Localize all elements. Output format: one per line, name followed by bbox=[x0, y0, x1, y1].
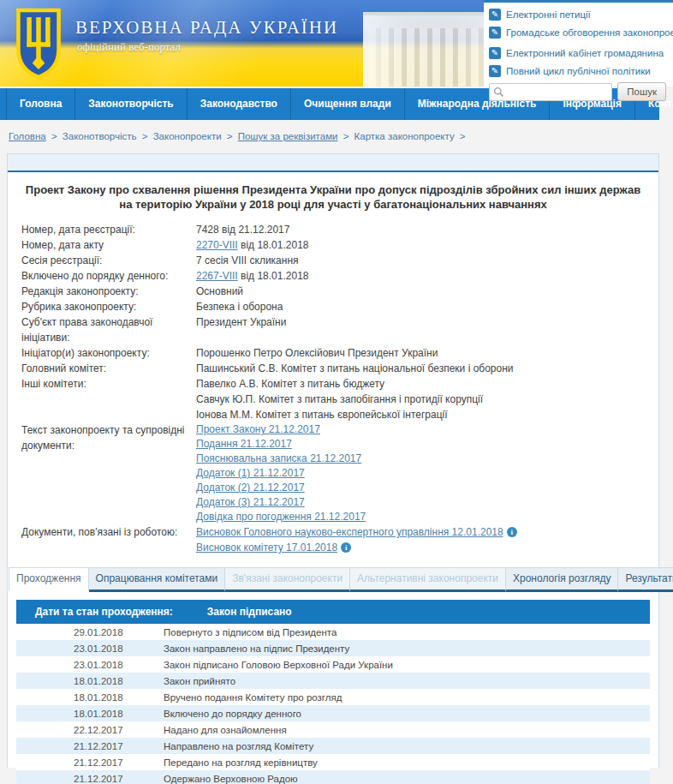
breadcrumb-separator: > bbox=[337, 131, 354, 141]
search-button[interactable]: Пошук bbox=[617, 82, 666, 101]
bill-field-row: Текст законопроекту та супровідні докуме… bbox=[21, 422, 658, 524]
quick-links: ✎Електронні петиції✎Громадське обговорен… bbox=[489, 7, 666, 79]
field-value: 7 сесія VIII скликання bbox=[196, 253, 658, 268]
row-status: Направлено на розгляд Комітету bbox=[164, 741, 650, 751]
table-row: 18.01.2018Вручено подання Комітету про р… bbox=[16, 689, 650, 705]
row-date: 18.01.2018 bbox=[16, 709, 164, 719]
edit-icon: ✎ bbox=[489, 9, 501, 21]
edit-icon: ✎ bbox=[489, 27, 501, 39]
field-label: Номер, дата акту bbox=[21, 237, 196, 253]
table-row: 21.12.2017Одержано Верховною Радою bbox=[16, 770, 650, 784]
quick-link-item: ✎Громадське обговорення законопроектів bbox=[489, 25, 666, 40]
field-value-line: Довідка про погодження 21.12.2017 bbox=[196, 510, 658, 524]
page-title: Проект Закону про схвалення рішення През… bbox=[8, 172, 658, 218]
field-value: 2270-VIII від 18.01.2018 bbox=[196, 237, 658, 253]
field-value-line: Додаток (2) 21.12.2017 bbox=[196, 481, 658, 495]
nav-item[interactable]: Законодавство bbox=[188, 88, 291, 120]
progress-rows: 29.01.2018Повернуто з підписом від Прези… bbox=[16, 624, 650, 784]
bill-field-row: Ініціатор(и) законопроекту:Порошенко Пет… bbox=[21, 345, 658, 361]
field-value-line: Павелко А.В. Комітет з питань бюджету bbox=[196, 376, 658, 392]
field-value-line: Висновок комітету 17.01.2018i bbox=[196, 540, 658, 555]
document-link[interactable]: Додаток (3) 21.12.2017 bbox=[196, 496, 305, 508]
bill-field-row: Редакція законопроекту:Основний bbox=[21, 284, 658, 299]
document-link[interactable]: Висновок Головного науково-експертного у… bbox=[196, 526, 503, 538]
field-value: 7428 від 21.12.2017 bbox=[196, 222, 658, 237]
document-link[interactable]: Проект Закону 21.12.2017 bbox=[196, 423, 320, 435]
table-row: 23.01.2018Закон підписано Головою Верхов… bbox=[16, 656, 650, 673]
bill-field-row: Інші комітети:Павелко А.В. Комітет з пит… bbox=[21, 376, 658, 422]
field-value-line: Подання 21.12.2017 bbox=[196, 437, 658, 452]
document-link[interactable]: Пояснювальна записка 21.12.2017 bbox=[196, 452, 361, 464]
table-row: 18.01.2018Включено до порядку денного bbox=[16, 705, 650, 721]
field-label: Інші комітети: bbox=[21, 376, 196, 422]
tab-enabled[interactable]: Хронологія розгляду bbox=[506, 567, 618, 592]
info-icon[interactable]: i bbox=[341, 542, 351, 553]
breadcrumb-separator: > bbox=[455, 131, 468, 141]
document-link[interactable]: 2270-VIII bbox=[196, 239, 238, 251]
table-row: 18.01.2018Закон прийнято bbox=[16, 673, 650, 689]
breadcrumb-item: Законопроекти bbox=[153, 131, 222, 141]
quick-link[interactable]: Повний цикл публічної політики bbox=[506, 66, 651, 76]
table-row: 23.01.2018Закон направлено на підпис Пре… bbox=[16, 640, 650, 656]
breadcrumb-link[interactable]: Пошук за реквізитами bbox=[238, 131, 338, 141]
field-value: Порошенко Петро Олексійович Президент Ук… bbox=[196, 345, 658, 361]
flag-banner: ВЕРХОВНА РАДА УКРАЇНИ офіційний веб-порт… bbox=[0, 0, 484, 87]
bill-field-row: Включено до порядку денного:2267-VIII ві… bbox=[21, 268, 658, 284]
breadcrumb-separator: > bbox=[222, 131, 238, 141]
field-label: Номер, дата реєстрації: bbox=[21, 222, 196, 237]
row-date: 22.12.2017 bbox=[16, 725, 164, 735]
quick-link[interactable]: Електронні петиції bbox=[506, 9, 591, 20]
row-status: Повернуто з підписом від Президента bbox=[164, 627, 650, 637]
row-date: 21.12.2017 bbox=[16, 741, 164, 751]
tab-enabled[interactable]: Результати голосування bbox=[618, 567, 673, 592]
document-link[interactable]: Довідка про погодження 21.12.2017 bbox=[196, 511, 366, 523]
field-value: Президент України bbox=[196, 314, 658, 345]
nav-item[interactable]: Головна bbox=[6, 88, 75, 120]
bill-fields: Номер, дата реєстрації:7428 від 21.12.20… bbox=[8, 218, 658, 555]
field-value-text: від 18.01.2018 bbox=[238, 270, 309, 282]
document-link[interactable]: Додаток (1) 21.12.2017 bbox=[196, 467, 305, 479]
tab-active[interactable]: Проходження bbox=[9, 567, 89, 592]
row-status: Надано для ознайомлення bbox=[164, 725, 650, 735]
breadcrumb-link[interactable]: Головна bbox=[9, 131, 46, 141]
bill-field-row: Номер, дата акту2270-VIII від 18.01.2018 bbox=[21, 237, 658, 253]
field-value-line: Порошенко Петро Олексійович Президент Ук… bbox=[196, 345, 658, 361]
panel-top-strip bbox=[8, 154, 658, 172]
document-link[interactable]: Додаток (2) 21.12.2017 bbox=[196, 482, 305, 494]
progress-table: Дати та стан проходження: Закон підписан… bbox=[16, 600, 650, 784]
row-status: Передано на розгляд керівництву bbox=[164, 757, 650, 768]
field-value: Павелко А.В. Комітет з питань бюджетуСав… bbox=[196, 376, 658, 422]
bill-field-row: Головний комітет:Пашинський С.В. Комітет… bbox=[21, 361, 658, 376]
field-value-line: 2267-VIII від 18.01.2018 bbox=[196, 268, 658, 284]
site-title: ВЕРХОВНА РАДА УКРАЇНИ bbox=[75, 17, 338, 39]
field-value-line: 7 сесія VIII скликання bbox=[196, 253, 658, 268]
document-link[interactable]: Подання 21.12.2017 bbox=[196, 438, 292, 450]
field-value: Безпека і оборона bbox=[196, 299, 658, 314]
field-value: Основний bbox=[196, 284, 658, 299]
info-icon[interactable]: i bbox=[507, 527, 517, 537]
breadcrumb-separator: > bbox=[137, 131, 153, 141]
field-value-line: Основний bbox=[196, 284, 658, 299]
quick-link[interactable]: Громадське обговорення законопроектів bbox=[506, 27, 673, 38]
table-row: 21.12.2017Направлено на розгляд Комітету bbox=[16, 738, 650, 754]
field-value-line: Висновок Головного науково-експертного у… bbox=[196, 524, 658, 540]
field-label: Сесія реєстрації: bbox=[21, 253, 196, 268]
tab-enabled[interactable]: Опрацювання комітетами bbox=[89, 567, 226, 592]
search-row: Пошук bbox=[489, 82, 666, 101]
site-header: ВЕРХОВНА РАДА УКРАЇНИ офіційний веб-порт… bbox=[0, 0, 673, 87]
search-input[interactable] bbox=[507, 87, 608, 97]
quick-link[interactable]: Електронний кабінет громадянина bbox=[506, 48, 664, 58]
field-value-line: 7428 від 21.12.2017 bbox=[196, 222, 658, 237]
field-label: Документи, пов'язані із роботою: bbox=[21, 524, 196, 555]
nav-item[interactable]: Очищення влади bbox=[291, 88, 405, 120]
nav-item[interactable]: Законотворчість bbox=[75, 88, 187, 120]
field-value-line: Безпека і оборона bbox=[196, 299, 658, 314]
search-box[interactable] bbox=[489, 83, 612, 101]
quick-link-item: ✎Електронний кабінет громадянина bbox=[489, 45, 666, 61]
field-value: 2267-VIII від 18.01.2018 bbox=[196, 268, 658, 284]
row-date: 21.12.2017 bbox=[16, 774, 164, 784]
document-link[interactable]: Висновок комітету 17.01.2018 bbox=[196, 542, 337, 554]
table-row: 21.12.2017Передано на розгляд керівництв… bbox=[16, 754, 650, 770]
document-link[interactable]: 2267-VIII bbox=[196, 270, 238, 282]
row-status: Закон прийнято bbox=[164, 676, 650, 686]
